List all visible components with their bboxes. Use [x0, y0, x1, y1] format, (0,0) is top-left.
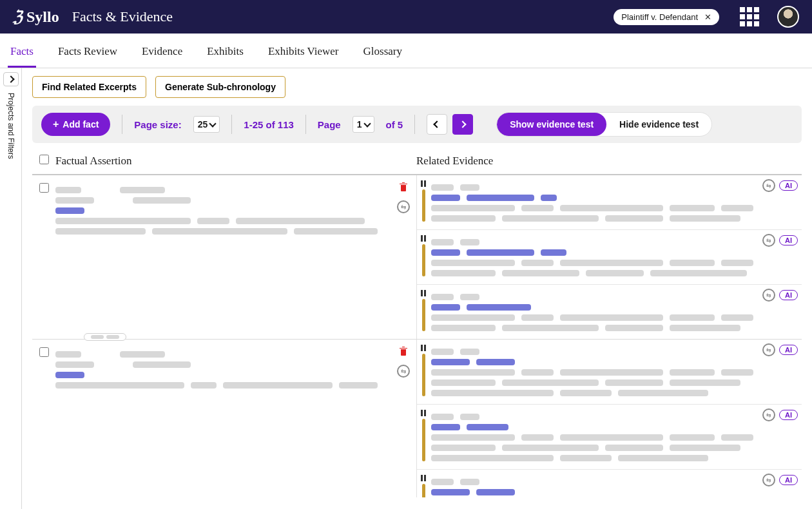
evidence-item[interactable]: ⇆ AI: [417, 285, 802, 339]
action-row: Find Related Excerpts Generate Sub-chron…: [32, 76, 802, 98]
evidence-item[interactable]: ⇆ AI: [417, 175, 802, 230]
table-row: ⇆ ⇆ A: [32, 340, 802, 497]
trash-icon[interactable]: [399, 346, 408, 358]
find-related-excerpts-button[interactable]: Find Related Excerpts: [32, 76, 146, 98]
tab-exhibits-viewer[interactable]: Exhibits Viewer: [266, 41, 342, 68]
toolbar: + Add fact Page size: 25 1-25 of 113 Pag…: [32, 106, 802, 143]
plus-icon: +: [53, 119, 59, 130]
chevron-right-icon: [7, 75, 14, 82]
brand-text: Syllo: [26, 8, 59, 26]
add-fact-label: Add fact: [63, 119, 99, 130]
sync-icon[interactable]: ⇆: [762, 343, 775, 356]
brand-logo[interactable]: ℨ Syllo: [13, 8, 59, 26]
prev-page-button[interactable]: [427, 114, 447, 135]
drag-handle-icon[interactable]: [421, 290, 426, 296]
fact-cell[interactable]: ⇆: [55, 340, 416, 497]
drag-handle-icon[interactable]: [421, 235, 426, 242]
add-fact-button[interactable]: + Add fact: [41, 113, 110, 136]
tab-glossary[interactable]: Glossary: [361, 41, 405, 68]
logo-icon: ℨ: [13, 8, 23, 26]
sync-icon[interactable]: ⇆: [762, 408, 775, 421]
ai-badge[interactable]: AI: [779, 345, 798, 355]
evidence-item[interactable]: ⇆ AI: [417, 340, 802, 405]
ai-badge[interactable]: AI: [779, 410, 798, 420]
side-rail: Projects and Filters: [0, 68, 22, 509]
apps-grid-icon[interactable]: [740, 7, 759, 26]
ai-badge[interactable]: AI: [779, 235, 798, 245]
side-rail-label: Projects and Filters: [6, 93, 15, 159]
page-size-label: Page size:: [134, 119, 181, 130]
trash-icon[interactable]: [399, 182, 408, 194]
sync-icon[interactable]: ⇆: [397, 200, 410, 213]
evidence-cell: ⇆ AI ⇆: [416, 340, 802, 497]
table-body: ⇆ ⇆ AI: [32, 175, 802, 497]
page-value: 1: [357, 119, 362, 130]
tab-facts-review[interactable]: Facts Review: [55, 41, 120, 68]
drag-handle-icon[interactable]: [421, 180, 426, 187]
show-evidence-toggle[interactable]: Show evidence test: [497, 113, 606, 136]
row-checkbox[interactable]: [39, 347, 49, 357]
evidence-toggle: Show evidence test Hide evidence test: [496, 112, 712, 137]
range-text: 1-25 of 113: [244, 119, 294, 130]
sync-icon[interactable]: ⇆: [762, 179, 775, 192]
page-select[interactable]: 1: [353, 116, 374, 133]
close-icon[interactable]: ✕: [704, 12, 711, 22]
sync-icon[interactable]: ⇆: [762, 474, 775, 486]
evidence-item[interactable]: ⇆ AI: [417, 405, 802, 470]
case-label: Plaintiff v. Defendant: [621, 12, 698, 22]
sync-icon[interactable]: ⇆: [762, 234, 775, 247]
app-header: ℨ Syllo Facts & Evidence Plaintiff v. De…: [0, 0, 812, 34]
page-size-select[interactable]: 25: [193, 116, 220, 133]
sync-icon[interactable]: ⇆: [397, 365, 410, 378]
page-total: of 5: [386, 119, 403, 130]
evidence-cell: ⇆ AI ⇆ AI: [416, 175, 802, 339]
ai-badge[interactable]: AI: [779, 180, 798, 191]
tab-evidence[interactable]: Evidence: [139, 41, 185, 68]
col-factual-assertion: Factual Assertion: [55, 155, 416, 168]
side-toggle-button[interactable]: [3, 72, 19, 86]
drag-handle-icon[interactable]: [421, 475, 426, 481]
row-checkbox[interactable]: [39, 183, 49, 193]
tab-facts[interactable]: Facts: [8, 41, 36, 68]
chevron-left-icon: [434, 120, 441, 128]
tab-exhibits[interactable]: Exhibits: [204, 41, 246, 68]
avatar[interactable]: [777, 6, 799, 28]
tab-nav: Facts Facts Review Evidence Exhibits Exh…: [0, 34, 812, 68]
select-all-checkbox[interactable]: [39, 155, 49, 164]
case-selector[interactable]: Plaintiff v. Defendant ✕: [614, 9, 719, 25]
evidence-item[interactable]: ⇆ AI: [417, 470, 802, 497]
chevron-down-icon: [363, 120, 371, 127]
page-title: Facts & Evidence: [72, 8, 173, 25]
fact-cell[interactable]: ⇆: [55, 175, 416, 339]
col-related-evidence: Related Evidence: [416, 155, 802, 168]
chevron-right-icon: [459, 120, 467, 128]
generate-subchronology-button[interactable]: Generate Sub-chronology: [155, 76, 285, 98]
pager: [427, 114, 473, 135]
chevron-down-icon: [209, 120, 217, 127]
drag-handle-icon[interactable]: [421, 345, 426, 351]
page-label: Page: [318, 119, 341, 130]
next-page-button[interactable]: [452, 114, 473, 135]
ai-badge[interactable]: AI: [779, 475, 798, 485]
sync-icon[interactable]: ⇆: [762, 289, 775, 302]
hide-evidence-toggle[interactable]: Hide evidence test: [606, 113, 711, 136]
drag-handle-icon[interactable]: [421, 410, 426, 416]
page-size-value: 25: [198, 119, 208, 130]
table-header: Factual Assertion Related Evidence: [32, 149, 802, 175]
evidence-item[interactable]: ⇆ AI: [417, 230, 802, 285]
table-row: ⇆ ⇆ AI: [32, 175, 802, 340]
ai-badge[interactable]: AI: [779, 290, 798, 300]
